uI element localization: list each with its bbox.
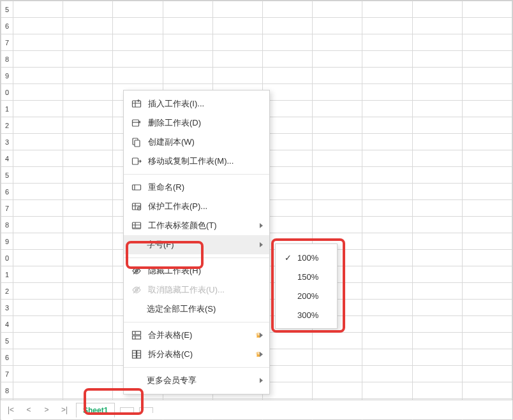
cell[interactable] — [362, 84, 412, 101]
menu-select-all-sheets[interactable]: 选定全部工作表(S) — [124, 300, 269, 319]
font-size-option-150[interactable]: 150% — [276, 267, 337, 286]
cell[interactable] — [462, 349, 512, 366]
cell[interactable] — [262, 1, 312, 18]
font-size-option-300[interactable]: 300% — [276, 305, 337, 324]
cell[interactable] — [13, 1, 63, 18]
cell[interactable] — [362, 266, 412, 283]
cell[interactable] — [13, 233, 63, 250]
cell[interactable] — [262, 51, 312, 68]
cell[interactable] — [462, 117, 512, 134]
cell[interactable] — [313, 349, 362, 366]
menu-delete-sheet[interactable]: 删除工作表(D) — [124, 113, 269, 133]
nav-last-button[interactable]: >| — [58, 403, 71, 416]
cell[interactable] — [113, 51, 163, 68]
cell[interactable] — [63, 34, 113, 51]
cell[interactable] — [412, 1, 462, 18]
cell[interactable] — [13, 382, 63, 399]
cell[interactable] — [462, 217, 512, 233]
row-header[interactable]: 6 — [1, 184, 13, 200]
cell[interactable] — [212, 51, 262, 68]
cell[interactable] — [163, 68, 212, 84]
cell[interactable] — [362, 134, 412, 150]
row-header[interactable]: 1 — [1, 101, 13, 117]
cell[interactable] — [262, 333, 312, 349]
cell[interactable] — [412, 349, 462, 366]
cell[interactable] — [462, 333, 512, 349]
cell[interactable] — [462, 134, 512, 150]
cell[interactable] — [313, 150, 362, 167]
cell[interactable] — [13, 316, 63, 333]
cell[interactable] — [63, 333, 113, 349]
cell[interactable] — [412, 333, 462, 349]
sheet-tab-3[interactable] — [139, 407, 153, 413]
row-header[interactable]: 5 — [1, 1, 13, 18]
cell[interactable] — [262, 349, 312, 366]
cell[interactable] — [362, 283, 412, 300]
cell[interactable] — [362, 68, 412, 84]
row-header[interactable]: 7 — [1, 366, 13, 382]
cell[interactable] — [462, 150, 512, 167]
cell[interactable] — [63, 84, 113, 101]
cell[interactable] — [362, 300, 412, 316]
cell[interactable] — [212, 1, 262, 18]
cell[interactable] — [462, 101, 512, 117]
cell[interactable] — [262, 184, 312, 200]
row-header[interactable]: 8 — [1, 382, 13, 399]
cell[interactable] — [13, 167, 63, 184]
cell[interactable] — [13, 101, 63, 117]
cell[interactable] — [13, 366, 63, 382]
row-header[interactable]: 9 — [1, 233, 13, 250]
row-header[interactable]: 4 — [1, 150, 13, 167]
cell[interactable] — [262, 68, 312, 84]
cell[interactable] — [63, 101, 113, 117]
cell[interactable] — [362, 200, 412, 217]
cell[interactable] — [13, 68, 63, 84]
cell[interactable] — [313, 68, 362, 84]
cell[interactable] — [412, 300, 462, 316]
cell[interactable] — [63, 68, 113, 84]
cell[interactable] — [212, 34, 262, 51]
cell[interactable] — [362, 382, 412, 399]
cell[interactable] — [163, 1, 212, 18]
cell[interactable] — [313, 333, 362, 349]
cell[interactable] — [362, 316, 412, 333]
row-header[interactable]: 1 — [1, 266, 13, 283]
row-header[interactable]: 5 — [1, 167, 13, 184]
cell[interactable] — [212, 18, 262, 34]
menu-protect-sheet[interactable]: 保护工作表(P)... — [124, 197, 269, 216]
cell[interactable] — [313, 34, 362, 51]
cell[interactable] — [13, 34, 63, 51]
cell[interactable] — [412, 184, 462, 200]
row-header[interactable]: 4 — [1, 316, 13, 333]
cell[interactable] — [63, 366, 113, 382]
cell[interactable] — [13, 333, 63, 349]
cell[interactable] — [412, 134, 462, 150]
row-header[interactable]: 8 — [1, 51, 13, 68]
cell[interactable] — [63, 1, 113, 18]
cell[interactable] — [412, 51, 462, 68]
row-header[interactable]: 8 — [1, 217, 13, 233]
cell[interactable] — [63, 250, 113, 266]
cell[interactable] — [313, 101, 362, 117]
cell[interactable] — [63, 167, 113, 184]
cell[interactable] — [313, 18, 362, 34]
cell[interactable] — [462, 200, 512, 217]
cell[interactable] — [163, 51, 212, 68]
cell[interactable] — [313, 1, 362, 18]
cell[interactable] — [462, 167, 512, 184]
row-header[interactable]: 9 — [1, 68, 13, 84]
row-header[interactable]: 3 — [1, 134, 13, 150]
cell[interactable] — [13, 283, 63, 300]
cell[interactable] — [362, 117, 412, 134]
cell[interactable] — [462, 51, 512, 68]
cell[interactable] — [313, 134, 362, 150]
cell[interactable] — [262, 366, 312, 382]
nav-next-button[interactable]: > — [40, 403, 53, 416]
cell[interactable] — [462, 382, 512, 399]
cell[interactable] — [313, 200, 362, 217]
cell[interactable] — [412, 233, 462, 250]
cell[interactable] — [462, 184, 512, 200]
cell[interactable] — [163, 18, 212, 34]
cell[interactable] — [462, 84, 512, 101]
row-header[interactable]: 0 — [1, 84, 13, 101]
